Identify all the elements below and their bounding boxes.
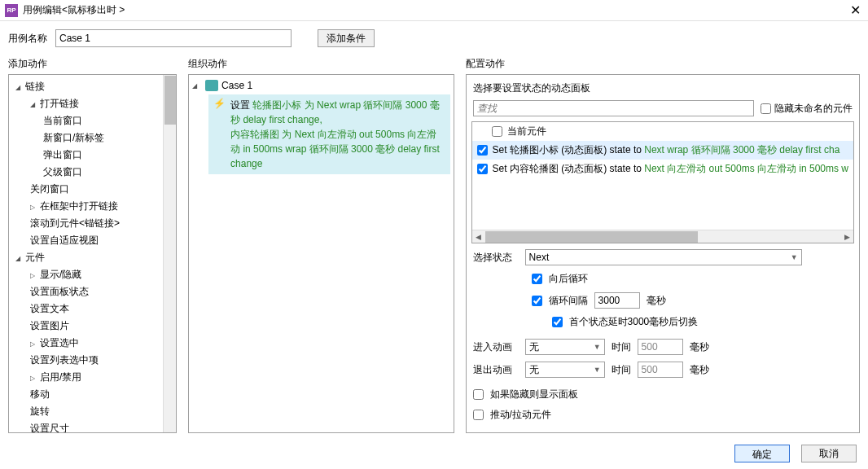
- org-action-header: 组织动作: [188, 57, 454, 71]
- anim-out-label: 退出动画: [473, 363, 519, 377]
- org-case-label: Case 1: [221, 80, 252, 91]
- tree-current-window[interactable]: 当前窗口: [9, 112, 176, 129]
- list-current-widget[interactable]: 当前元件: [472, 122, 853, 141]
- current-widget-checkbox[interactable]: [492, 126, 502, 137]
- footer: 确定 取消: [734, 445, 857, 462]
- tree-scrollbar[interactable]: [163, 75, 176, 432]
- tree-popup[interactable]: 弹出窗口: [9, 147, 176, 164]
- tree-set-panel[interactable]: 设置面板状态: [9, 283, 176, 300]
- tree-parent[interactable]: 父级窗口: [9, 164, 176, 181]
- list-hscroll[interactable]: ◀▶: [472, 230, 853, 243]
- hide-unnamed-option[interactable]: 隐藏未命名的元件: [761, 102, 853, 116]
- loop-interval-checkbox[interactable]: [532, 296, 542, 306]
- top-row: 用例名称 添加条件: [0, 21, 868, 57]
- tree-widgets[interactable]: 元件: [9, 249, 176, 266]
- tree-open-link[interactable]: 打开链接: [9, 95, 176, 112]
- tree-set-image[interactable]: 设置图片: [9, 318, 176, 335]
- add-action-header: 添加动作: [8, 57, 177, 71]
- wrap-back-label: 向后循环: [549, 272, 588, 286]
- hide-unnamed-checkbox[interactable]: [761, 103, 771, 114]
- tree-links[interactable]: 链接: [9, 78, 176, 95]
- org-panel: ◢ Case 1 ⚡ 设置 轮播图小标 为 Next wrap 循环间隔 300…: [188, 74, 454, 433]
- time-label-out: 时间: [612, 363, 631, 377]
- select-panel-label: 选择要设置状态的动态面板: [471, 81, 854, 95]
- tree-close-window[interactable]: 关闭窗口: [9, 181, 176, 198]
- state-select[interactable]: Next▼: [525, 249, 802, 265]
- row1-checkbox[interactable]: [477, 145, 488, 156]
- tree-enable-disable[interactable]: 启用/禁用: [9, 369, 176, 386]
- row2-checkbox[interactable]: [477, 164, 488, 174]
- loop-interval-label: 循环间隔: [549, 294, 588, 308]
- time-in-input: [638, 339, 683, 355]
- add-condition-button[interactable]: 添加条件: [318, 29, 375, 47]
- anim-out-select[interactable]: 无▼: [525, 362, 605, 378]
- tree-open-in-frame[interactable]: 在框架中打开链接: [9, 198, 176, 215]
- time-label-in: 时间: [612, 340, 631, 354]
- anim-in-select[interactable]: 无▼: [525, 339, 605, 355]
- tree-rotate[interactable]: 旋转: [9, 403, 176, 420]
- tree-new-window[interactable]: 新窗口/新标签: [9, 129, 176, 147]
- first-delay-checkbox[interactable]: [552, 317, 563, 327]
- push-pull-label: 推动/拉动元件: [490, 408, 551, 422]
- tree-scroll-to[interactable]: 滚动到元件<锚链接>: [9, 215, 176, 232]
- close-icon[interactable]: ✕: [847, 2, 863, 18]
- interval-input[interactable]: [594, 292, 640, 309]
- case-name-input[interactable]: [55, 29, 292, 47]
- window-title: 用例编辑<鼠标移出时 >: [23, 3, 847, 17]
- tree-show-hide[interactable]: 显示/隐藏: [9, 266, 176, 283]
- list-row-1[interactable]: Set 轮播图小标 (动态面板) state to Next wrap 循环间隔…: [472, 141, 853, 160]
- wrap-back-checkbox[interactable]: [532, 274, 542, 284]
- show-if-hidden-checkbox[interactable]: [473, 389, 484, 400]
- tree-set-list-sel[interactable]: 设置列表选中项: [9, 352, 176, 369]
- tree-set-selected[interactable]: 设置选中: [9, 335, 176, 352]
- ok-button[interactable]: 确定: [734, 445, 790, 462]
- list-row-2[interactable]: Set 内容轮播图 (动态面板) state to Next 向左滑动 out …: [472, 160, 853, 178]
- show-if-hidden-label: 如果隐藏则显示面板: [490, 388, 578, 401]
- select-state-label: 选择状态: [473, 251, 519, 265]
- push-pull-checkbox[interactable]: [473, 410, 484, 420]
- case-name-label: 用例名称: [8, 32, 47, 46]
- tree-move[interactable]: 移动: [9, 386, 176, 403]
- case-icon: [205, 80, 218, 91]
- first-delay-label: 首个状态延时3000毫秒后切换: [569, 315, 699, 329]
- org-case[interactable]: ◢ Case 1: [192, 78, 449, 93]
- cfg-panel: 选择要设置状态的动态面板 隐藏未命名的元件 当前元件: [466, 74, 860, 433]
- time-out-input: [638, 362, 683, 378]
- cancel-button[interactable]: 取消: [801, 445, 857, 462]
- tree-set-size[interactable]: 设置尺寸: [9, 420, 176, 432]
- titlebar: RP 用例编辑<鼠标移出时 > ✕: [0, 0, 868, 21]
- anim-in-label: 进入动画: [473, 340, 519, 354]
- app-icon: RP: [5, 4, 18, 17]
- tree-set-adaptive[interactable]: 设置自适应视图: [9, 232, 176, 249]
- tree-set-text[interactable]: 设置文本: [9, 300, 176, 318]
- cfg-action-header: 配置动作: [466, 57, 860, 71]
- panel-list: 当前元件 Set 轮播图小标 (动态面板) state to Next wrap…: [471, 121, 854, 243]
- action-tree-panel: 链接 打开链接 当前窗口 新窗口/新标签 弹出窗口 父级窗口 关闭窗口 在框架中…: [8, 74, 177, 433]
- org-action-row[interactable]: ⚡ 设置 轮播图小标 为 Next wrap 循环间隔 3000 毫秒 dela…: [208, 94, 449, 174]
- search-input[interactable]: [473, 100, 754, 116]
- bolt-icon: ⚡: [213, 98, 226, 109]
